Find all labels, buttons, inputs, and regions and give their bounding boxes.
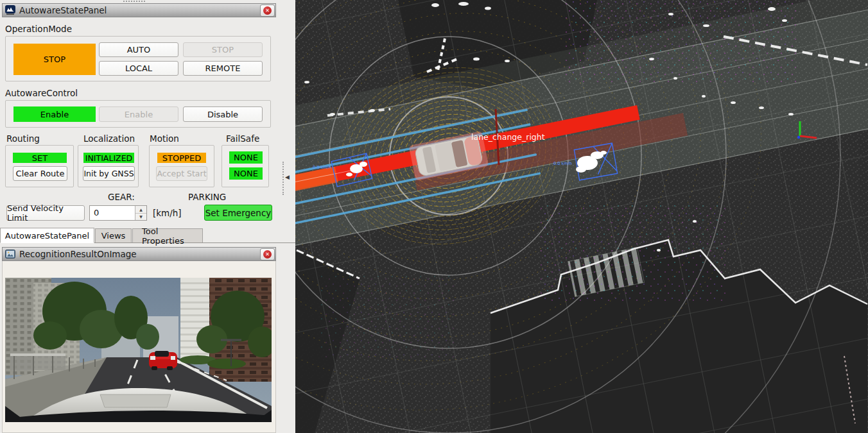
- velocity-limit-value[interactable]: 0: [90, 206, 135, 220]
- recognition-panel-close-button[interactable]: ✕: [260, 248, 275, 260]
- operation-mode-current: STOP: [13, 44, 96, 75]
- rviz-window: 0.0 km/h 0.0 km/h: [0, 0, 868, 433]
- close-icon: ✕: [263, 250, 272, 259]
- control-enable-state: Enable: [13, 106, 96, 122]
- set-emergency-button[interactable]: Set Emergency: [204, 205, 272, 221]
- clear-route-button[interactable]: Clear Route: [13, 166, 67, 181]
- tab-tool-properties[interactable]: Tool Properties: [132, 228, 203, 242]
- motion-label: Motion: [150, 133, 179, 144]
- accept-start-button[interactable]: Accept Start: [156, 166, 207, 181]
- autoware-logo-icon: [5, 5, 15, 15]
- object-velocity-label: 0.0 km/h: [313, 165, 331, 170]
- disable-control-button[interactable]: Disable: [183, 106, 263, 122]
- remote-mode-button[interactable]: REMOTE: [183, 61, 263, 76]
- lidar-scene: 0.0 km/h 0.0 km/h: [295, 0, 868, 433]
- close-icon: ✕: [263, 6, 272, 15]
- local-mode-button[interactable]: LOCAL: [99, 61, 178, 76]
- image-panel-icon: [5, 249, 15, 259]
- rviz-3d-view[interactable]: 0.0 km/h 0.0 km/h: [295, 0, 868, 433]
- operation-mode-group: STOP AUTO STOP LOCAL REMOTE: [5, 36, 271, 81]
- dock-tabbar: AutowareStatePanel Views Tool Properties: [0, 227, 295, 243]
- left-dock: AutowareStatePanel ✕ OperationMode STOP …: [0, 0, 295, 433]
- panel-title: AutowareStatePanel: [19, 5, 107, 15]
- autoware-control-label: AutowareControl: [5, 88, 78, 98]
- tab-views[interactable]: Views: [95, 228, 132, 242]
- pane-splitter[interactable]: ◀: [281, 162, 290, 195]
- spin-up-icon[interactable]: ▲: [135, 206, 146, 214]
- enable-control-button[interactable]: Enable: [99, 106, 178, 122]
- spin-down-icon[interactable]: ▼: [135, 214, 146, 221]
- gear-value: PARKING: [188, 192, 226, 202]
- localization-label: Localization: [83, 133, 135, 144]
- object-velocity-label: 0.0 km/h: [553, 161, 572, 166]
- auto-mode-button[interactable]: AUTO: [99, 42, 178, 57]
- velocity-limit-spinbox[interactable]: 0 ▲ ▼: [89, 205, 147, 221]
- state-panel-close-button[interactable]: ✕: [260, 4, 275, 17]
- mrm-state: NONE: [229, 151, 263, 164]
- routing-state: SET: [13, 153, 67, 163]
- autoware-control-group: Enable Enable Disable: [5, 100, 271, 128]
- panel-title: RecognitionResultOnImage: [19, 249, 137, 259]
- recognition-panel-titlebar[interactable]: RecognitionResultOnImage: [2, 247, 276, 261]
- camera-image: [5, 278, 272, 422]
- splitter-collapse-icon[interactable]: ◀: [285, 174, 290, 180]
- localization-group: INITIALIZED Init by GNSS: [78, 145, 139, 187]
- operation-mode-label: OperationMode: [5, 24, 72, 34]
- routing-group: SET Clear Route: [5, 145, 74, 187]
- motion-state: STOPPED: [157, 153, 206, 163]
- path-module-label: lane_change_right: [471, 132, 545, 142]
- state-panel-titlebar[interactable]: AutowareStatePanel: [2, 3, 276, 17]
- motion-group: STOPPED Accept Start: [149, 145, 214, 187]
- red-car: [149, 351, 177, 370]
- init-by-gnss-button[interactable]: Init by GNSS: [83, 166, 135, 181]
- localization-state: INITIALIZED: [83, 153, 134, 163]
- velocity-unit-label: [km/h]: [153, 208, 182, 218]
- mrm-behavior: NONE: [229, 167, 263, 180]
- failsafe-label: FailSafe: [226, 133, 259, 144]
- gear-label: GEAR:: [108, 192, 135, 202]
- failsafe-group: NONE NONE: [221, 145, 269, 187]
- stop-mode-button[interactable]: STOP: [183, 42, 263, 57]
- tab-autoware-state-panel[interactable]: AutowareStatePanel: [0, 228, 94, 243]
- routing-label: Routing: [6, 133, 40, 144]
- send-velocity-limit-button[interactable]: Send Velocity Limit: [6, 205, 85, 221]
